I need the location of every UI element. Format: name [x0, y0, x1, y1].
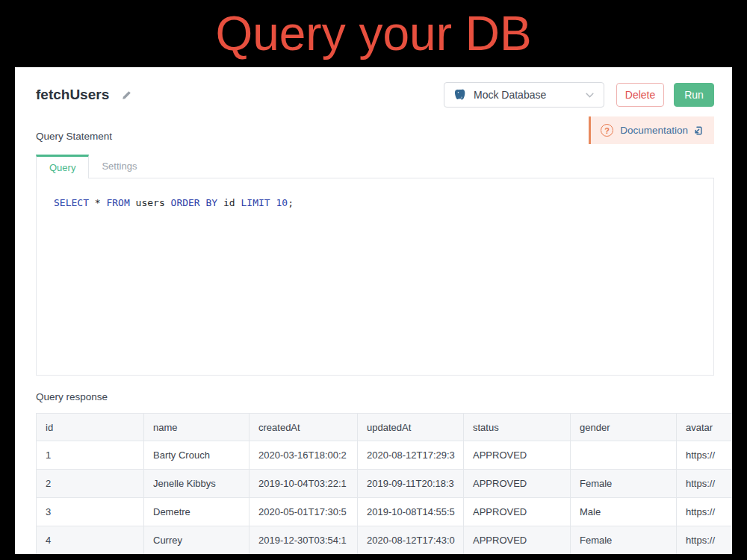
edit-pencil-icon[interactable] [121, 90, 132, 101]
table-row: 2Jenelle Kibbys2019-10-04T03:22:12019-09… [37, 470, 733, 498]
table-cell: 2019-12-30T03:54:1 [249, 526, 358, 555]
header-row: fetchUsers Mock Database [36, 67, 714, 108]
delete-button[interactable]: Delete [616, 83, 664, 107]
column-header: avatar [677, 414, 733, 441]
sql-token: * [89, 197, 106, 208]
tab-bar: Query Settings [36, 155, 714, 178]
table-cell: APPROVED [464, 498, 571, 526]
table-cell: 2 [37, 470, 144, 498]
column-header: updatedAt [358, 414, 464, 441]
table-cell: 2020-03-16T18:00:2 [249, 441, 358, 470]
table-cell: 3 [37, 498, 144, 526]
sql-line: SELECT * FROM users ORDER BY id LIMIT 10… [54, 197, 713, 208]
table-body: 1Barty Crouch2020-03-16T18:00:22020-08-1… [37, 441, 733, 555]
tab-query[interactable]: Query [36, 155, 89, 178]
column-header: name [144, 414, 249, 441]
table-row: 3Demetre2020-05-01T17:30:52019-10-08T14:… [37, 498, 733, 526]
table-row: 4Currey2019-12-30T03:54:12020-08-12T17:4… [37, 526, 733, 555]
resource-select[interactable]: Mock Database [444, 82, 604, 108]
sql-token: ; [288, 197, 294, 208]
query-response-label: Query response [36, 391, 714, 405]
doc-row: Query Statement ? Documentation [36, 116, 714, 144]
column-header: status [464, 414, 571, 441]
table-cell: 2020-05-01T17:30:5 [249, 498, 358, 526]
table-cell: 2020-08-12T17:29:3 [358, 441, 464, 470]
resource-select-value: Mock Database [474, 89, 546, 101]
tab-settings[interactable]: Settings [89, 155, 149, 178]
chevron-down-icon [585, 90, 595, 100]
page-title: Query your DB [0, 0, 747, 67]
table-cell [571, 441, 677, 470]
table-cell: https:// [677, 498, 733, 526]
query-name: fetchUsers [36, 87, 109, 103]
table-cell: APPROVED [464, 470, 571, 498]
column-header: createdAt [249, 414, 358, 441]
sql-token: id [217, 197, 241, 208]
header-controls: Mock Database Delete Run [444, 82, 714, 108]
table-cell: 2019-10-08T14:55:5 [358, 498, 464, 526]
postgresql-icon [453, 88, 467, 102]
table-cell: Demetre [144, 498, 249, 526]
documentation-link[interactable]: ? Documentation [589, 116, 714, 144]
table-cell: Male [571, 498, 677, 526]
sql-code-editor[interactable]: SELECT * FROM users ORDER BY id LIMIT 10… [36, 178, 714, 376]
sql-token: FROM [106, 197, 129, 208]
table-row: 1Barty Crouch2020-03-16T18:00:22020-08-1… [37, 441, 733, 470]
question-circle-icon: ? [601, 124, 613, 137]
query-editor-panel: fetchUsers Mock Database [15, 67, 732, 554]
sql-token: 10 [276, 197, 288, 208]
table-cell: 4 [37, 526, 144, 555]
column-header: id [37, 414, 144, 441]
documentation-label: Documentation [620, 125, 688, 136]
table-cell: https:// [677, 526, 733, 555]
table-cell: 2019-10-04T03:22:1 [249, 470, 358, 498]
open-docs-icon [692, 125, 703, 136]
table-cell: Currey [144, 526, 249, 555]
table-cell: Female [571, 526, 677, 555]
table-cell: 2020-08-12T17:43:0 [358, 526, 464, 555]
table-cell: 1 [37, 441, 144, 470]
run-button[interactable]: Run [674, 83, 714, 107]
sql-token: ORDER BY [171, 197, 218, 208]
sql-token: LIMIT [241, 197, 270, 208]
table-cell: https:// [677, 441, 733, 470]
table-header: idnamecreatedAtupdatedAtstatusgenderavat… [37, 414, 733, 441]
sql-token: users [130, 197, 171, 208]
table-cell: https:// [677, 470, 733, 498]
query-statement-label: Query Statement [36, 131, 112, 144]
column-header: gender [571, 414, 677, 441]
table-cell: Female [571, 470, 677, 498]
table-cell: APPROVED [464, 526, 571, 555]
table-cell: Barty Crouch [144, 441, 249, 470]
query-response-table[interactable]: idnamecreatedAtupdatedAtstatusgenderavat… [36, 413, 732, 554]
table-cell: Jenelle Kibbys [144, 470, 249, 498]
sql-token: SELECT [54, 197, 89, 208]
table-cell: APPROVED [464, 441, 571, 470]
table-cell: 2019-09-11T20:18:3 [358, 470, 464, 498]
